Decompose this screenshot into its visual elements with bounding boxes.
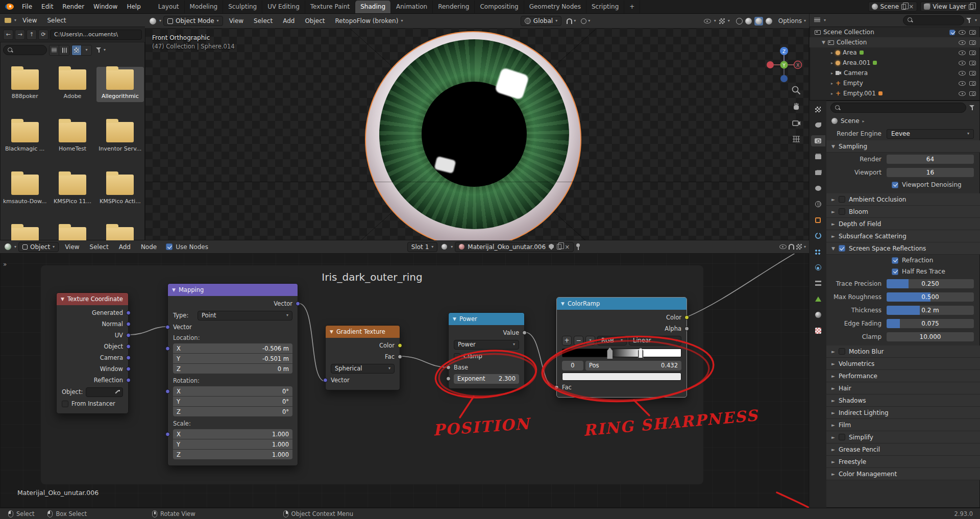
socket-fac-in[interactable] (554, 385, 559, 390)
socket-value-out[interactable] (522, 331, 527, 335)
solid-shading-icon[interactable] (745, 18, 752, 24)
expand-icon[interactable] (831, 61, 833, 65)
socket-uv[interactable] (126, 333, 131, 338)
retopoflow-menu[interactable]: RetopoFlow (broken) (331, 16, 407, 26)
socket-color-out[interactable] (684, 315, 689, 320)
socket-exponent-in[interactable] (446, 377, 451, 381)
expand-icon[interactable] (831, 51, 833, 55)
interpolation-dropdown[interactable]: Linear (629, 336, 681, 345)
parent-dir-button[interactable]: ↑ (27, 30, 37, 40)
wireframe-shading-icon[interactable] (736, 18, 743, 24)
fb-search-input[interactable] (16, 47, 43, 53)
clamp-field[interactable]: 10.000 (887, 332, 974, 341)
bloom-checkbox[interactable] (839, 208, 845, 215)
tab-output[interactable] (811, 151, 825, 162)
editor-type-properties-icon[interactable] (811, 104, 825, 115)
vp-menu-select[interactable]: Select (250, 16, 277, 26)
filter-caret-icon[interactable] (104, 48, 106, 52)
exponent-field[interactable]: Exponent2.300 (454, 374, 519, 384)
viewport-denoising-checkbox[interactable] (892, 182, 898, 188)
node-gradient-texture[interactable]: Gradient Texture Color Fac Spherical Vec… (325, 325, 400, 390)
tab-object-data[interactable] (811, 293, 825, 305)
folder-item[interactable]: Blackmagic ... (1, 119, 48, 155)
from-instancer-checkbox[interactable] (62, 401, 68, 407)
vp-menu-object[interactable]: Object (301, 16, 329, 26)
folder-item[interactable]: Inventor Serv... (96, 119, 144, 155)
transform-orientation-dropdown[interactable]: Global (521, 16, 561, 26)
socket-vector-out[interactable] (296, 302, 300, 306)
disable-render-icon[interactable] (969, 91, 976, 96)
outliner-row-empty-001[interactable]: Empty.001 (810, 88, 980, 98)
hide-eye-icon[interactable] (959, 30, 966, 35)
outliner-row-camera[interactable]: Camera (810, 68, 980, 78)
folder-item[interactable]: KMSPico 11... (48, 172, 96, 207)
tab-scene[interactable] (811, 183, 825, 194)
panel-grease-pencil[interactable]: Grease Pencil (826, 443, 980, 456)
overlays-caret-icon[interactable] (728, 19, 730, 23)
viewport-3d[interactable]: Object Mode View Select Add Object Retop… (145, 14, 809, 240)
outliner-row-scene-collection[interactable]: Scene Collection (810, 27, 980, 37)
options-menu[interactable]: Options (778, 17, 806, 24)
editor-type-shader-icon[interactable] (3, 242, 12, 252)
show-gizmo-icon[interactable] (704, 19, 711, 23)
expand-icon[interactable] (831, 81, 833, 86)
folder-item-selected[interactable]: Allegorithmic (96, 67, 144, 102)
eyedropper-icon[interactable] (114, 389, 120, 395)
shader-editor[interactable]: Iris_dark_outer_ring Texture Coordinate … (0, 240, 809, 508)
fake-user-shield-icon[interactable] (549, 244, 554, 250)
collapse-node-icon[interactable] (453, 316, 456, 322)
outliner-row-area-001[interactable]: Area.001 (810, 58, 980, 68)
editor-type-folder-icon[interactable] (3, 16, 12, 25)
folder-item[interactable]: 888poker (1, 67, 48, 102)
hide-eye-icon[interactable] (959, 51, 966, 55)
socket-normal[interactable] (126, 322, 131, 327)
add-workspace-button[interactable]: + (624, 1, 640, 13)
remove-stop-button[interactable]: − (574, 336, 583, 345)
vertical-list-button[interactable] (50, 45, 59, 55)
outliner-search[interactable] (903, 15, 964, 26)
editor-type-outliner-icon[interactable] (813, 16, 822, 25)
refresh-button[interactable]: ⟳ (38, 30, 48, 40)
rotation-z-field[interactable]: Z0° (173, 407, 292, 416)
tab-modeling[interactable]: Modeling (185, 1, 224, 13)
hide-eye-icon[interactable] (959, 40, 966, 45)
horizontal-list-button[interactable] (59, 45, 69, 55)
folder-item[interactable]: kmsauto-Dow... (1, 172, 48, 207)
ne-overlay-caret-icon[interactable] (804, 245, 806, 249)
mapping-type-dropdown[interactable]: Point (198, 311, 292, 320)
socket-color-out[interactable] (398, 343, 402, 348)
socket-scale[interactable] (165, 432, 170, 436)
rendered-shading-icon[interactable] (766, 18, 772, 24)
socket-base-in[interactable] (446, 365, 451, 370)
refraction-checkbox[interactable] (892, 257, 898, 264)
node-power-math[interactable]: Power Value Power Clamp Base Exponent2.3… (448, 312, 525, 389)
collapse-node-icon[interactable] (330, 329, 333, 334)
node-mapping[interactable]: Mapping Vector Type: Point Vector Locati… (167, 283, 298, 466)
view-layer-selector[interactable]: View Layer (920, 2, 977, 12)
socket-window[interactable] (126, 367, 131, 372)
properties-search[interactable] (830, 103, 966, 113)
menu-file[interactable]: File (18, 2, 36, 11)
move-view-hand-icon[interactable] (791, 102, 801, 112)
unlink-scene-icon[interactable] (909, 4, 914, 10)
panel-volumetrics[interactable]: Volumetrics (826, 358, 980, 370)
panel-screen-space-reflections[interactable]: Screen Space Reflections (826, 242, 980, 255)
trace-precision-slider[interactable]: 0.250 (887, 279, 974, 288)
ramp-tools-button[interactable] (585, 336, 595, 345)
eyeball-object[interactable] (365, 31, 581, 240)
menu-render[interactable]: Render (58, 2, 88, 11)
socket-camera[interactable] (126, 356, 131, 360)
new-scene-icon[interactable] (901, 4, 906, 10)
hide-eye-icon[interactable] (959, 71, 966, 76)
panel-film[interactable]: Film (826, 419, 980, 431)
tab-tool[interactable] (811, 119, 825, 131)
properties-search-input[interactable] (844, 105, 962, 111)
panel-simplify[interactable]: Simplify (826, 431, 980, 443)
ramp-stop-0[interactable] (607, 348, 612, 359)
add-stop-button[interactable]: + (562, 336, 572, 345)
fb-menu-view[interactable]: View (18, 16, 41, 25)
new-material-icon[interactable] (557, 244, 561, 250)
socket-vector-in[interactable] (165, 325, 170, 330)
thickness-slider[interactable]: 0.2 m (887, 306, 974, 315)
backdrop-icon[interactable] (779, 244, 787, 249)
